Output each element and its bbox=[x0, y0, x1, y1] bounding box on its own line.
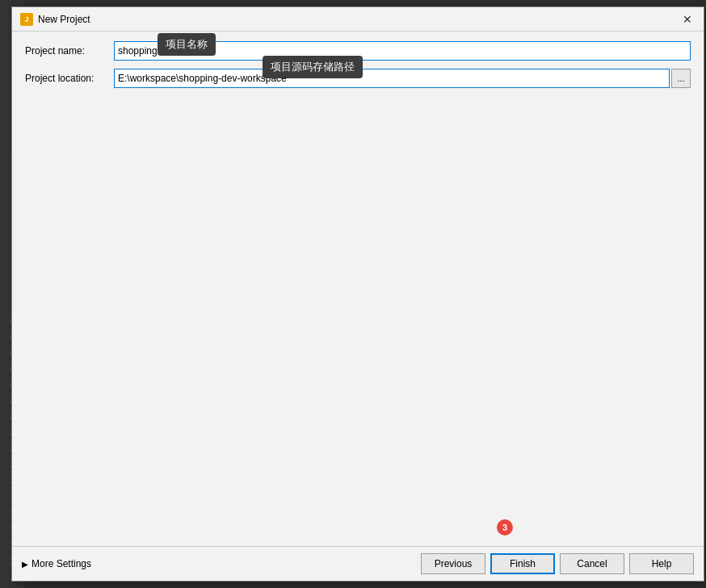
badge-2: 2 bbox=[263, 59, 279, 75]
dialog-titlebar: J New Project ✕ bbox=[12, 7, 704, 32]
project-location-row: Project location: ... bbox=[25, 69, 691, 88]
project-location-input[interactable] bbox=[114, 69, 670, 88]
footer-buttons: Previous Finish Cancel Help bbox=[421, 553, 694, 574]
more-settings-label: More Settings bbox=[32, 558, 91, 569]
project-location-label: Project location: bbox=[25, 73, 114, 84]
project-name-input[interactable] bbox=[114, 41, 691, 61]
previous-button[interactable]: Previous bbox=[421, 553, 485, 574]
project-location-input-row: ... bbox=[114, 69, 691, 88]
cancel-button[interactable]: Cancel bbox=[560, 553, 624, 574]
new-project-dialog: J New Project ✕ Project name: Project lo… bbox=[11, 6, 704, 582]
more-settings-arrow-icon: ▶ bbox=[22, 560, 28, 569]
finish-button[interactable]: Finish bbox=[490, 553, 555, 574]
dialog-title: New Project bbox=[38, 14, 679, 25]
badge-3: 3 bbox=[497, 519, 513, 536]
browse-button[interactable]: ... bbox=[671, 69, 691, 88]
help-button[interactable]: Help bbox=[629, 553, 694, 574]
annotation-2: 2 项目源码存储路径 bbox=[263, 59, 279, 75]
badge-1: 1 bbox=[158, 36, 174, 52]
close-button[interactable]: ✕ bbox=[679, 11, 695, 27]
annotation-3: 3 bbox=[497, 519, 513, 536]
more-settings-toggle[interactable]: ▶ More Settings bbox=[22, 558, 421, 569]
dialog-body: Project name: Project location: ... bbox=[12, 32, 704, 546]
annotation-1: 1 项目名称 bbox=[158, 36, 174, 52]
dialog-icon: J bbox=[20, 13, 33, 26]
dialog-footer: ▶ More Settings Previous Finish Cancel H… bbox=[12, 546, 704, 581]
project-name-label: Project name: bbox=[25, 45, 114, 57]
project-name-row: Project name: bbox=[25, 41, 691, 61]
